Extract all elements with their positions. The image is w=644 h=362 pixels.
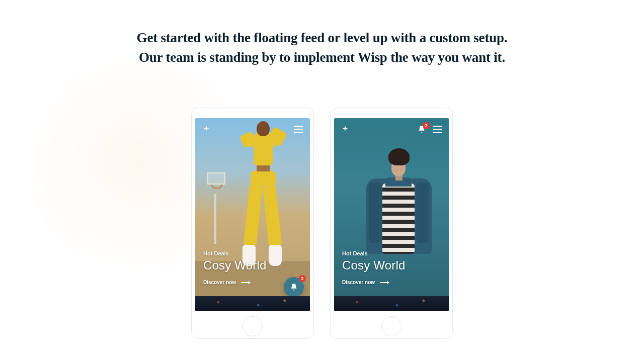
- menu-icon[interactable]: [433, 126, 442, 133]
- phone-mockup-left: Hot Deals Cosy World Discover now 2: [191, 108, 314, 339]
- cta-label: Discover now: [203, 280, 236, 285]
- bell-icon: [290, 283, 298, 291]
- sparkle-icon[interactable]: [202, 125, 210, 133]
- next-card-peek[interactable]: [334, 296, 449, 311]
- hero-text: Hot Deals Cosy World Discover now: [203, 250, 267, 285]
- sparkle-icon[interactable]: [341, 125, 349, 133]
- hero-image[interactable]: 2 Hot Deals Cosy World Discover now: [334, 118, 449, 296]
- phone-screen: Hot Deals Cosy World Discover now 2: [195, 118, 310, 311]
- next-card-peek[interactable]: [195, 296, 310, 311]
- notification-bell[interactable]: 2: [418, 125, 426, 133]
- home-button[interactable]: [381, 316, 401, 336]
- hero-image[interactable]: Hot Deals Cosy World Discover now 2: [195, 118, 310, 296]
- cta-label: Discover now: [342, 280, 375, 285]
- discover-cta[interactable]: Discover now: [203, 280, 267, 285]
- hero-topbar: [202, 125, 303, 133]
- hero-text: Hot Deals Cosy World Discover now: [342, 250, 406, 285]
- menu-icon[interactable]: [294, 126, 303, 133]
- hero-eyebrow: Hot Deals: [342, 250, 406, 256]
- discover-cta[interactable]: Discover now: [342, 280, 406, 285]
- headline-line-1: Get started with the floating feed or le…: [0, 28, 644, 48]
- headline: Get started with the floating feed or le…: [0, 0, 644, 67]
- phone-mockups: Hot Deals Cosy World Discover now 2: [0, 108, 644, 339]
- phone-mockup-right: 2 Hot Deals Cosy World Discover now: [330, 108, 453, 339]
- hero-eyebrow: Hot Deals: [203, 250, 267, 256]
- notification-fab[interactable]: 2: [284, 277, 304, 296]
- headline-line-2: Our team is standing by to implement Wis…: [0, 48, 644, 67]
- phone-screen: 2 Hot Deals Cosy World Discover now: [334, 118, 449, 311]
- arrow-right-icon: [241, 282, 250, 283]
- home-button[interactable]: [243, 316, 263, 336]
- notification-badge: 2: [423, 122, 430, 129]
- arrow-right-icon: [380, 282, 389, 283]
- hero-topbar: 2: [341, 125, 442, 133]
- hero-title: Cosy World: [203, 258, 267, 273]
- hero-title: Cosy World: [342, 258, 406, 273]
